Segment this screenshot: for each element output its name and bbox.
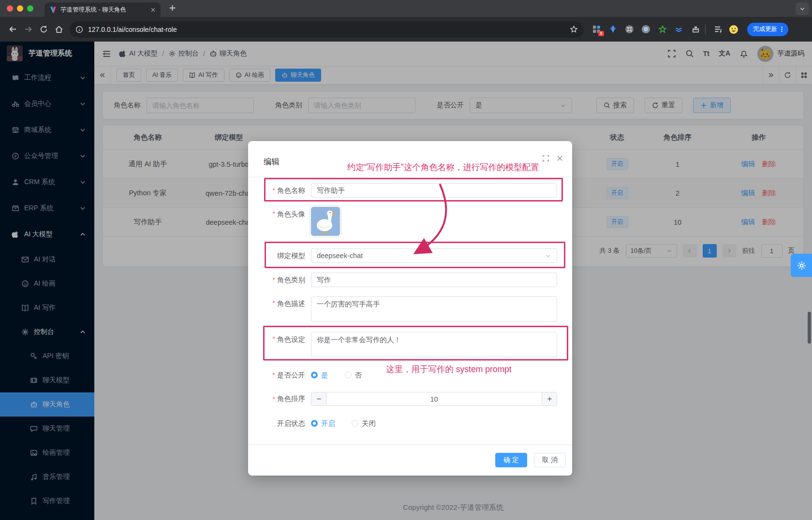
form-row-category: *角色类别: [248, 273, 572, 287]
bookmark-star-icon[interactable]: [570, 25, 578, 33]
form-row-model: 绑定模型 deepseek-chat: [248, 248, 572, 263]
toolbar-divider: [705, 25, 706, 34]
dialog-title: 编辑: [264, 157, 280, 167]
kebab-menu-icon: [778, 26, 785, 33]
browser-toolbar: 127.0.0.1/ai/console/chat-role 8: [0, 17, 812, 42]
stepper-increase-button[interactable]: [542, 392, 557, 405]
update-label: 完成更新: [753, 25, 777, 33]
annotation-middle-note: 这里，用于写作的 system prompt: [386, 363, 512, 375]
site-info-icon[interactable]: [75, 26, 83, 33]
confirm-button[interactable]: 确 定: [495, 453, 527, 467]
extensions-puzzle-icon[interactable]: [690, 24, 700, 34]
stepper-decrease-button[interactable]: [311, 392, 326, 405]
dialog-footer: 确 定 取 消: [495, 453, 566, 467]
extension-circle-icon[interactable]: [641, 24, 651, 34]
page-scrollbar[interactable]: [808, 312, 811, 344]
role-description-textarea[interactable]: 一个厉害的写手高手: [311, 296, 557, 322]
cancel-button[interactable]: 取 消: [534, 453, 566, 467]
role-name-input[interactable]: [311, 183, 557, 198]
url-text[interactable]: 127.0.0.1/ai/console/chat-role: [88, 26, 565, 33]
status-off-radio[interactable]: 关闭: [352, 419, 376, 428]
close-tab-icon[interactable]: [150, 7, 156, 13]
chrome-update-button[interactable]: 完成更新: [747, 23, 788, 36]
form-row-sort: *角色排序 10: [248, 392, 572, 406]
extensions-row: 8: [591, 24, 700, 34]
status-label: 开启状态: [277, 419, 305, 428]
role-setting-textarea[interactable]: 你是一个非常会写作的人！: [311, 332, 557, 357]
form-row-name: *角色名称: [248, 183, 572, 198]
public-yes-radio[interactable]: 是: [311, 371, 328, 380]
form-row-avatar: *角色头像: [248, 207, 572, 236]
name-label: 角色名称: [277, 186, 305, 195]
sort-value[interactable]: 10: [326, 392, 542, 405]
dialog-footer-divider: [248, 445, 572, 445]
setting-label: 角色设定: [277, 335, 305, 344]
browser-tab[interactable]: 芋道管理系统 - 聊天角色: [44, 2, 161, 17]
role-sort-stepper: 10: [311, 392, 557, 406]
description-label: 角色描述: [277, 299, 305, 308]
public-no-radio[interactable]: 否: [345, 371, 362, 380]
bound-model-select[interactable]: deepseek-chat: [311, 248, 557, 263]
dialog-fullscreen-icon[interactable]: [542, 155, 549, 162]
extension-grid-icon[interactable]: 8: [591, 24, 602, 34]
reading-list-icon[interactable]: [710, 22, 726, 37]
extension-kite-icon[interactable]: [608, 24, 618, 34]
browser-titlebar: 芋道管理系统 - 聊天角色: [0, 0, 812, 17]
role-category-input[interactable]: [311, 273, 557, 287]
edit-role-dialog: 编辑 *角色名称 *角色头像: [248, 141, 572, 476]
annotation-top-note: 约定“写作助手”这个角色名称，进行写作的模型配置: [347, 161, 539, 173]
minimize-window-button[interactable]: [17, 5, 23, 12]
fullscreen-window-button[interactable]: [27, 5, 33, 12]
public-label: 是否公开: [277, 371, 305, 380]
sort-label: 角色排序: [277, 394, 305, 404]
browser-chrome: 芋道管理系统 - 聊天角色 127.0.0.1/ai/con: [0, 0, 812, 42]
reload-button[interactable]: [36, 22, 51, 37]
emoji-extension-icon[interactable]: [726, 22, 741, 37]
extension-badge: 8: [598, 31, 604, 36]
form-row-status: 开启状态 开启 关闭: [248, 419, 572, 428]
window-controls: [7, 5, 33, 12]
site-favicon: [49, 6, 57, 14]
form-row-setting: *角色设定 你是一个非常会写作的人！: [248, 332, 572, 359]
gear-icon: [797, 260, 807, 271]
extension-command-icon[interactable]: [624, 24, 635, 34]
back-button[interactable]: [5, 22, 20, 37]
dialog-header-divider: [248, 177, 572, 177]
close-window-button[interactable]: [7, 5, 13, 12]
home-button[interactable]: [51, 22, 67, 37]
new-tab-button[interactable]: [168, 4, 177, 12]
tab-search-button[interactable]: [796, 2, 809, 15]
extension-layers-icon[interactable]: [674, 24, 684, 34]
forward-button[interactable]: [20, 22, 36, 37]
dialog-close-icon[interactable]: [556, 155, 563, 162]
dialog-form: *角色名称 *角色头像: [248, 183, 572, 428]
settings-drawer-button[interactable]: [791, 254, 812, 277]
form-row-description: *角色描述 一个厉害的写手高手: [248, 296, 572, 323]
goose-avatar-image: [311, 207, 340, 236]
extension-star-icon[interactable]: [657, 24, 667, 34]
category-label: 角色类别: [277, 275, 305, 285]
app-root: 芋道管理系统 工作流程会员中心商城系统公众号管理CRM 系统ERP 系统AI 大…: [0, 42, 812, 520]
chevron-down-icon: [545, 253, 551, 259]
role-avatar-upload[interactable]: [311, 207, 340, 236]
avatar-label: 角色头像: [277, 210, 305, 219]
dialog-tools: [542, 155, 563, 162]
model-label: 绑定模型: [277, 251, 305, 260]
status-on-radio[interactable]: 开启: [311, 419, 335, 428]
bound-model-value: deepseek-chat: [317, 252, 363, 260]
address-bar[interactable]: 127.0.0.1/ai/console/chat-role: [70, 21, 584, 38]
tab-title: 芋道管理系统 - 聊天角色: [60, 6, 147, 14]
